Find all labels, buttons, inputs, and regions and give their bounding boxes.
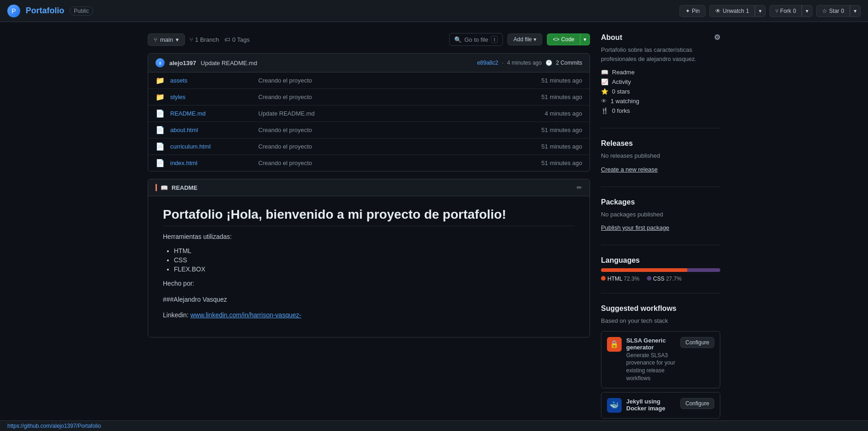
workflow-card: 🔒 SLSA Generic generator Generate SLSA3 …	[601, 331, 720, 388]
file-name[interactable]: assets	[170, 77, 253, 84]
packages-title: Packages	[601, 198, 720, 206]
commit-author[interactable]: alejo1397	[169, 60, 196, 66]
language-segment	[687, 268, 720, 272]
list-item: CSS	[174, 256, 575, 264]
table-row[interactable]: 📄 curriculum.html Creando el proyecto 51…	[148, 138, 590, 155]
repo-name[interactable]: Portafolio	[26, 6, 64, 16]
star-dropdown[interactable]: ▾	[850, 5, 861, 17]
about-description: Portafolio sobre las características pro…	[601, 45, 720, 63]
pin-button[interactable]: ✦ Pin	[679, 5, 706, 17]
workflow-name: SLSA Generic generator	[626, 337, 676, 351]
right-sidebar: About ⚙ Portafolio sobre las característ…	[601, 33, 720, 431]
branch-selector[interactable]: ⑂ main ▾	[148, 33, 185, 46]
unwatch-button[interactable]: 👁 Unwatch 1	[709, 5, 755, 17]
workflow-name: Jekyll using Docker image	[626, 398, 676, 412]
languages-title: Languages	[601, 256, 720, 265]
table-row[interactable]: 📄 about.html Creando el proyecto 51 minu…	[148, 122, 590, 138]
unwatch-dropdown[interactable]: ▾	[755, 5, 766, 17]
releases-title: Releases	[601, 139, 720, 148]
file-rows: 📁 assets Creando el proyecto 51 minutes …	[148, 72, 590, 171]
create-release-link[interactable]: Create a new release	[601, 166, 720, 173]
file-time: 51 minutes ago	[541, 94, 582, 100]
fork-button[interactable]: ⑂ Fork 0	[769, 5, 802, 17]
fork-dropdown[interactable]: ▾	[802, 5, 812, 17]
file-commit-message: Creando el proyecto	[258, 77, 536, 84]
folder-icon: 📁	[156, 76, 165, 85]
settings-icon[interactable]: ⚙	[714, 33, 720, 42]
workflow-icon: 🐳	[607, 398, 622, 413]
language-percent: 27.7%	[666, 276, 682, 282]
edit-readme-icon[interactable]: ✏	[577, 184, 582, 191]
code-button[interactable]: <> Code	[547, 33, 580, 45]
file-name[interactable]: README.md	[170, 110, 253, 117]
fork-group: ⑂ Fork 0 ▾	[769, 5, 813, 17]
configure-button[interactable]: Configure	[680, 337, 714, 348]
pin-icon: ✦	[685, 8, 690, 14]
workflow-info: Jekyll using Docker image	[626, 398, 676, 412]
clock-icon: 🕐	[545, 60, 552, 66]
readme-author: ###Alejandro Vasquez	[163, 294, 575, 304]
link-label: Activity	[612, 78, 631, 85]
go-to-file-search[interactable]: 🔍 Go to file t	[449, 33, 503, 46]
workflows-title: Suggested workflows	[601, 304, 720, 313]
table-row[interactable]: 📄 index.html Creando el proyecto 51 minu…	[148, 155, 590, 171]
file-icon: 📄	[156, 126, 165, 134]
add-file-button[interactable]: Add file ▾	[507, 33, 542, 45]
book-icon: 📖	[161, 184, 168, 191]
file-name[interactable]: index.html	[170, 160, 253, 166]
about-link-item[interactable]: 📈Activity	[601, 78, 720, 85]
table-row[interactable]: 📁 assets Creando el proyecto 51 minutes …	[148, 72, 590, 89]
about-link-item[interactable]: ⭐0 stars	[601, 88, 720, 95]
link-icon: 👁	[601, 98, 607, 105]
about-link-item[interactable]: 👁1 watching	[601, 98, 720, 105]
unwatch-group: 👁 Unwatch 1 ▾	[709, 5, 765, 17]
commit-hash[interactable]: e89a8c2	[477, 60, 498, 66]
workflows-subtitle: Based on your tech stack	[601, 316, 720, 326]
status-url: https://github.com/alejo1397/Portafolio	[7, 423, 101, 429]
file-commit-message: Creando el proyecto	[258, 94, 536, 100]
readme-made-by: Hecho por:	[163, 278, 575, 288]
about-link-item[interactable]: 🍴0 forks	[601, 107, 720, 114]
about-links: 📖Readme📈Activity⭐0 stars👁1 watching🍴0 fo…	[601, 69, 720, 114]
file-time: 51 minutes ago	[541, 127, 582, 133]
no-packages-text: No packages published	[601, 210, 720, 219]
tag-count[interactable]: 🏷 0 Tags	[224, 36, 250, 43]
configure-button[interactable]: Configure	[680, 398, 714, 409]
language-legend-item: CSS 27.7%	[647, 276, 682, 282]
branch-count[interactable]: ⑂ 1 Branch	[189, 36, 219, 43]
eye-icon: 👁	[715, 8, 721, 14]
readme-linkedin: Linkedin: www.linkedin.com/in/harrison-v…	[163, 310, 575, 320]
file-name[interactable]: about.html	[170, 127, 253, 133]
public-badge: Public	[70, 6, 93, 16]
workflows-section: Suggested workflows Based on your tech s…	[601, 304, 720, 431]
star-button[interactable]: ☆ Star 0	[816, 5, 850, 17]
top-nav: P Portafolio Public ✦ Pin 👁 Unwatch 1 ▾ …	[0, 0, 868, 22]
link-label: 0 stars	[612, 88, 630, 95]
star-group: ☆ Star 0 ▾	[816, 5, 861, 17]
commit-meta: e89a8c2 · 4 minutes ago 🕐 2 Commits	[477, 60, 582, 66]
about-section: About ⚙ Portafolio sobre las característ…	[601, 33, 720, 128]
repo-logo: P	[7, 5, 20, 17]
file-name[interactable]: curriculum.html	[170, 143, 253, 150]
table-row[interactable]: 📁 styles Creando el proyecto 51 minutes …	[148, 89, 590, 105]
publish-package-link[interactable]: Publish your first package	[601, 224, 720, 231]
file-name[interactable]: styles	[170, 94, 253, 100]
chevron-down-icon: ▾	[176, 36, 179, 43]
star-icon: ☆	[822, 8, 827, 14]
commit-message: Update README.md	[201, 60, 257, 66]
code-dropdown[interactable]: ▾	[580, 33, 590, 45]
file-time: 51 minutes ago	[541, 160, 582, 166]
workflow-icon: 🔒	[607, 337, 622, 352]
search-shortcut: t	[491, 36, 498, 43]
search-icon: 🔍	[454, 36, 462, 43]
linkedin-link[interactable]: www.linkedin.com/in/harrison-vasquez-	[190, 311, 301, 319]
commit-time-label: 4 minutes ago	[507, 60, 541, 66]
commits-link[interactable]: 2 Commits	[556, 60, 582, 66]
commit-time: ·	[502, 60, 503, 66]
commit-avatar: a	[156, 58, 165, 67]
language-name: CSS	[653, 276, 665, 282]
about-link-item[interactable]: 📖Readme	[601, 69, 720, 76]
list-item: HTML	[174, 247, 575, 254]
main-content: ⑂ main ▾ ⑂ 1 Branch 🏷 0 Tags 🔍 Go to fil…	[140, 22, 728, 431]
table-row[interactable]: 📄 README.md Update README.md 4 minutes a…	[148, 105, 590, 122]
